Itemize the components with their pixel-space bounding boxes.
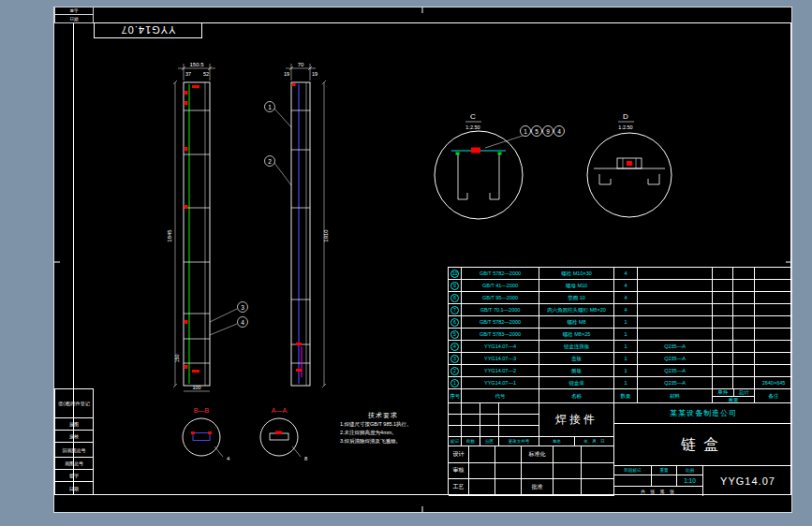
bom-item-number: 3 <box>450 355 459 363</box>
bom-material <box>638 292 713 304</box>
bom-table: 10 GB/T 5782—2000 螺栓 M10×30 4 9 GB/T 41—… <box>448 267 791 403</box>
bom-material <box>638 304 713 316</box>
bom-header-unit: 单件 <box>713 389 734 396</box>
notes-line: 1.焊缝尺寸按GB/T 985.1执行。 <box>340 420 445 429</box>
bom-header-weight: 单件 总计 重量 <box>713 389 755 403</box>
bom-code: GB/T 95—2000 <box>462 292 539 304</box>
sign-approve: 批准 <box>522 479 554 496</box>
bom-item-number: 7 <box>450 306 459 314</box>
scale-label: 比例 <box>677 466 703 475</box>
bom-qty: 4 <box>614 280 638 292</box>
corner-drawing-number: YYG14.07 <box>94 22 202 38</box>
margin-row: 签字 <box>54 470 94 482</box>
company-name: 某某设备制造公司 <box>614 403 792 424</box>
bom-item-number: 1 <box>450 379 459 387</box>
notes-line: 3.焊后清除焊渣及飞溅物。 <box>340 437 445 446</box>
bom-row: 9 GB/T 41—2000 螺母 M10 4 <box>449 280 790 292</box>
margin-row: 借(通)用件登记 <box>54 388 94 418</box>
bom-item-number: 9 <box>450 282 459 290</box>
bom-name: 螺栓 M8 <box>539 316 614 329</box>
margin-row: 描图 <box>54 418 94 431</box>
weldment-stamp: 焊接件 <box>539 403 614 437</box>
bom-header-remark: 备注 <box>755 389 792 403</box>
bom-header-total: 总计 <box>734 389 755 396</box>
bom-header-material: 材料 <box>638 389 713 403</box>
margin-table-top: 签字 日期 <box>54 7 94 23</box>
bom-item-number: 5 <box>450 330 459 339</box>
bom-row: 8 GB/T 95—2000 垫圈 10 4 <box>449 292 790 304</box>
stage-label: 阶段标记 <box>614 466 652 475</box>
sign-design: 设计 <box>449 446 469 463</box>
bom-remark <box>755 329 792 341</box>
bom-header-no: 序号 <box>449 389 462 403</box>
bom-remark: 2640×645 <box>755 377 792 389</box>
bom-remark <box>755 353 792 365</box>
bom-remark <box>755 341 792 353</box>
bom-header-row: 序号 代号 名称 数量 材料 单件 总计 重量 备注 <box>449 389 790 403</box>
bom-row: 6 GB/T 5782—2000 螺栓 M8 1 <box>449 316 790 329</box>
bom-name: 内六角圆柱头螺钉 M8×20 <box>539 304 614 316</box>
bom-material: Q235—A <box>638 341 713 353</box>
bom-material: Q235—A <box>638 365 713 377</box>
bom-qty: 1 <box>614 377 638 389</box>
bom-qty: 1 <box>614 316 638 329</box>
bom-material <box>638 329 713 341</box>
sign-audit: 审核 <box>449 463 469 480</box>
bom-code: GB/T 5782—2000 <box>462 268 539 280</box>
bom-header-qty: 数量 <box>614 389 638 403</box>
bom-code: YYG14.07—2 <box>462 365 539 377</box>
margin-top-row: 日期 <box>54 15 94 23</box>
part-name: 链盒 <box>614 424 792 466</box>
margin-table: 借(通)用件登记 描图 描校 旧底图总号 底图总号 签字 日期 <box>54 388 94 495</box>
notes-title: 技术要求 <box>368 411 445 420</box>
bom-code: YYG14.07—1 <box>462 377 539 389</box>
bom-remark <box>755 292 792 304</box>
bom-name: 螺栓 M10×30 <box>539 268 614 280</box>
bom-qty: 1 <box>614 353 638 365</box>
bom-code: GB/T 5783—2000 <box>462 329 539 341</box>
margin-top-row: 签字 <box>54 7 94 15</box>
weight-label: 重量 <box>652 466 677 475</box>
rev-header: 签名 <box>539 437 575 446</box>
sign-standard: 标准化 <box>522 446 554 463</box>
rev-header: 处数 <box>462 437 480 446</box>
bom-material <box>638 280 713 292</box>
bom-qty: 1 <box>614 341 638 353</box>
rev-header: 分区 <box>480 437 499 446</box>
bom-material <box>638 316 713 329</box>
bom-item-number: 8 <box>450 294 459 302</box>
bom-row: 4 YYG14.07—4 链盒连接板 1 Q235—A <box>449 341 790 353</box>
bom-code: GB/T 41—2000 <box>462 280 539 292</box>
notes-line: 2.未注焊脚高度为4mm。 <box>340 429 445 437</box>
bom-header-code: 代号 <box>462 389 539 403</box>
bom-row: 1 YYG14.07—1 链盒体 1 Q235—A 2640×645 <box>449 377 790 389</box>
bom-remark <box>755 268 792 280</box>
bom-material: Q235—A <box>638 377 713 389</box>
bom-remark <box>755 316 792 329</box>
bom-qty: 1 <box>614 365 638 377</box>
drawing-number: YYG14.07 <box>703 466 792 496</box>
bom-name: 垫圈 10 <box>539 292 614 304</box>
sheet-count: 共 张 第 张 <box>614 487 703 496</box>
scale-value: 1:10 <box>677 475 703 487</box>
margin-row: 日期 <box>54 482 94 495</box>
drawing-sheet: 150.5 37 52 1845 150 100 <box>0 0 812 526</box>
bom-qty: 4 <box>614 292 638 304</box>
rev-header: 年、月、日 <box>575 437 614 446</box>
bom-name: 盖板 <box>539 353 614 365</box>
signature-grid: 设计 标准化 审核 工艺 批准 <box>449 446 614 496</box>
bom-remark <box>755 365 792 377</box>
revision-grid <box>449 403 539 437</box>
bom-code: GB/T 5782—2000 <box>462 316 539 329</box>
title-block: 焊接件 标记 处数 分区 更改文件号 签名 年、月、日 设计 标准化 审核 工艺… <box>448 402 791 495</box>
bom-row: 7 GB/T 70.1—2000 内六角圆柱头螺钉 M8×20 4 <box>449 304 790 316</box>
bom-qty: 1 <box>614 329 638 341</box>
margin-row: 底图总号 <box>54 458 94 470</box>
bom-row: 3 YYG14.07—3 盖板 1 Q235—A <box>449 353 790 365</box>
bom-row: 2 YYG14.07—2 侧板 1 Q235—A <box>449 365 790 377</box>
bom-header-name: 名称 <box>539 389 614 403</box>
sign-craft: 工艺 <box>449 479 469 496</box>
bom-material <box>638 268 713 280</box>
bom-name: 链盒体 <box>539 377 614 389</box>
bom-remark <box>755 280 792 292</box>
